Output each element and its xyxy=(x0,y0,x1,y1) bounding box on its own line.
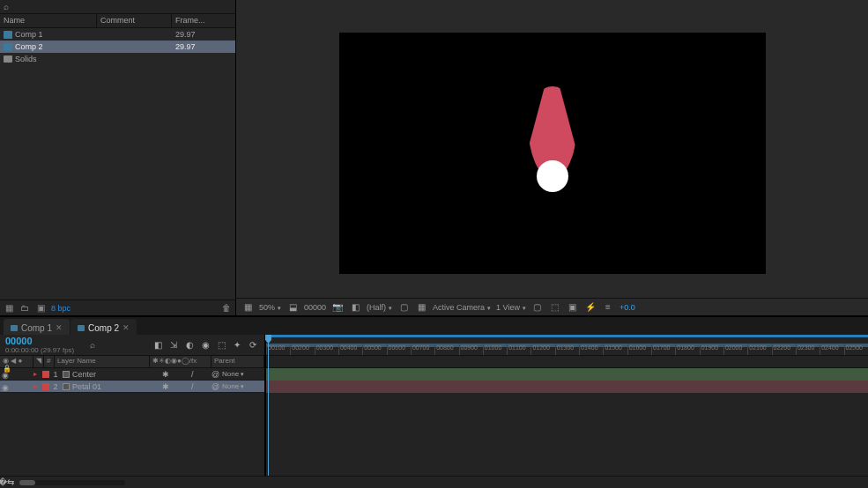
label-color[interactable] xyxy=(42,371,49,378)
video-toggle[interactable]: ◉ xyxy=(2,383,9,390)
label-color[interactable] xyxy=(42,383,49,390)
timeline-column-header: ◉ ◀ ● 🔒 ◥ # Layer Name ✱✳◐◉●◯/fx Parent xyxy=(0,356,264,368)
ctrl-1-icon[interactable]: ▢ xyxy=(531,301,544,314)
col-frame[interactable]: Frame... xyxy=(172,14,235,27)
transparency-icon[interactable]: ▦ xyxy=(415,301,427,314)
brain-icon[interactable]: ✦ xyxy=(231,339,243,351)
project-item[interactable]: Comp 129.97 xyxy=(0,28,235,41)
layer-index: 2 xyxy=(51,382,60,391)
index-header: # xyxy=(44,356,55,367)
timeline-footer: �⇆ xyxy=(0,476,868,488)
close-icon[interactable]: ✕ xyxy=(56,323,63,332)
comp-icon xyxy=(4,31,12,39)
layer-name: Petal 01 xyxy=(72,382,101,391)
item-frame: 29.97 xyxy=(172,42,235,51)
shy-icon[interactable]: ⇲ xyxy=(167,339,180,351)
expand-icon[interactable]: ▸ xyxy=(33,382,41,390)
tracks[interactable] xyxy=(266,368,868,476)
ruler-tick: 02100 xyxy=(747,344,771,355)
comp-mini-icon[interactable]: ◧ xyxy=(152,339,164,351)
frame-blend-icon[interactable]: ◐ xyxy=(183,339,196,351)
fast-preview-icon[interactable]: ⚡ xyxy=(584,301,597,314)
pixel-aspect-icon[interactable]: ▣ xyxy=(567,301,579,314)
project-item[interactable]: Comp 229.97 xyxy=(0,41,235,53)
shape-layer-icon xyxy=(63,383,70,390)
label-header: ◥ xyxy=(33,356,44,367)
toggle-switches-icon[interactable]: �⇆ xyxy=(0,477,12,489)
channel-icon[interactable]: ◧ xyxy=(349,301,361,314)
layer-name-header[interactable]: Layer Name xyxy=(55,356,150,367)
ruler-tick: 02200 xyxy=(772,344,796,355)
comp-icon xyxy=(78,325,85,331)
ruler-tick: 00900 xyxy=(459,344,483,355)
bpc-indicator[interactable]: 8 bpc xyxy=(51,304,70,313)
snapshot-icon[interactable]: 📷 xyxy=(331,301,344,314)
time-nav-bar[interactable] xyxy=(266,335,868,337)
parent-header[interactable]: Parent xyxy=(211,356,264,367)
ruler-tick: 02400 xyxy=(820,344,843,355)
composition-viewer-panel: ▦ 50% ⬓ 00000 📷 ◧ (Half) ▢ ▦ Active Came… xyxy=(236,0,868,315)
ruler-tick: 00200 xyxy=(290,344,314,355)
timeline-tab[interactable]: Comp 1✕ xyxy=(4,319,70,335)
zoom-slider[interactable] xyxy=(19,480,125,485)
ruler-tick: 00300 xyxy=(315,344,338,355)
col-comment[interactable]: Comment xyxy=(97,14,172,27)
res-icon[interactable]: ⬓ xyxy=(286,301,299,314)
close-icon[interactable]: ✕ xyxy=(122,323,130,332)
project-footer: ▦ 🗀 ▣ 8 bpc 🗑 xyxy=(0,299,235,315)
switches-header: ✱✳◐◉●◯/fx xyxy=(150,356,211,367)
motion-blur-icon[interactable]: ◉ xyxy=(199,339,211,351)
layer-name: Center xyxy=(72,370,96,379)
playhead[interactable] xyxy=(268,335,269,476)
folder-icon xyxy=(4,55,12,63)
layer-bar-1[interactable] xyxy=(266,368,868,381)
layer-bar-2[interactable] xyxy=(266,381,868,393)
project-columns-header: Name Comment Frame... xyxy=(0,14,235,28)
video-toggle[interactable]: ◉ xyxy=(2,371,9,378)
viewer-footer: ▦ 50% ⬓ 00000 📷 ◧ (Half) ▢ ▦ Active Came… xyxy=(236,298,868,315)
search-icon[interactable]: ⌕ xyxy=(4,2,9,11)
parent-value[interactable]: None xyxy=(222,382,239,390)
trash-icon[interactable]: 🗑 xyxy=(221,303,232,314)
center-circle xyxy=(537,160,568,192)
ctrl-2-icon[interactable]: ⬚ xyxy=(549,301,561,314)
pickwhip-icon[interactable]: @ xyxy=(211,370,220,379)
timeline-header: 00000 0:00:00:00 (29.97 fps) ⌕ ◧ ⇲ ◐ ◉ ⬚… xyxy=(0,335,264,356)
resolution-dropdown[interactable]: (Half) xyxy=(367,303,392,312)
current-timecode[interactable]: 00000 xyxy=(5,336,74,346)
project-item[interactable]: Solids xyxy=(0,53,235,65)
time-ruler[interactable]: 0010000200003000040000500006000070000800… xyxy=(266,335,868,356)
zoom-dropdown[interactable]: 50% xyxy=(259,303,281,312)
interpret-icon[interactable]: ▦ xyxy=(4,303,14,314)
ruler-tick: 00800 xyxy=(434,344,458,355)
layer-row[interactable]: ◉▸1Center✱/@None▾ xyxy=(0,368,264,381)
zoom-thumb[interactable] xyxy=(19,480,35,485)
camera-dropdown[interactable]: Active Camera xyxy=(433,303,491,312)
ruler-tick: 01700 xyxy=(651,344,675,355)
col-name[interactable]: Name xyxy=(0,14,97,27)
grid-icon[interactable]: ▦ xyxy=(241,301,254,314)
new-comp-icon[interactable]: ▣ xyxy=(35,303,46,314)
switch-icon[interactable]: ⟳ xyxy=(247,339,259,351)
roi-icon[interactable]: ▢ xyxy=(397,301,410,314)
current-frame[interactable]: 00000 xyxy=(304,303,326,312)
ruler-tick: 01200 xyxy=(530,344,554,355)
ruler-tick: 01100 xyxy=(507,344,530,355)
view-dropdown[interactable]: 1 View xyxy=(496,303,526,312)
layer-row[interactable]: ◉▸2Petal 01✱/@None▾ xyxy=(0,381,264,393)
parent-value[interactable]: None xyxy=(222,370,239,378)
ruler-tick: 00400 xyxy=(338,344,362,355)
timeline-icon[interactable]: ≡ xyxy=(602,301,614,314)
pickwhip-icon[interactable]: @ xyxy=(211,382,220,391)
ruler-tick: 00700 xyxy=(411,344,434,355)
new-folder-icon[interactable]: 🗀 xyxy=(19,303,30,314)
expand-icon[interactable]: ▸ xyxy=(33,370,41,378)
composition-canvas[interactable] xyxy=(340,33,765,273)
search-icon[interactable]: ⌕ xyxy=(90,340,95,350)
timeline-tab[interactable]: Comp 2✕ xyxy=(70,319,137,335)
ruler-tick: 01000 xyxy=(483,344,507,355)
ruler-tick: 01900 xyxy=(700,344,723,355)
exposure-value[interactable]: +0.0 xyxy=(619,303,635,312)
timecode-sub: 0:00:00:00 (29.97 fps) xyxy=(5,346,74,354)
graph-icon[interactable]: ⬚ xyxy=(215,339,227,351)
